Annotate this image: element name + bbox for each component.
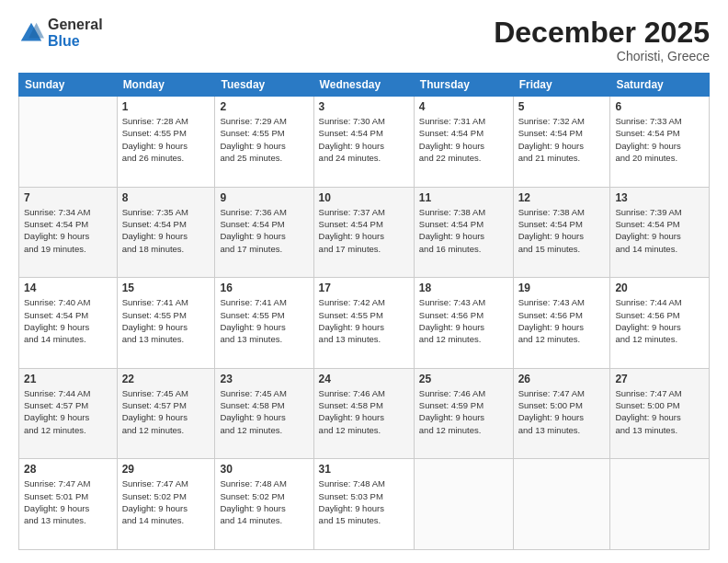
calendar-cell: 2Sunrise: 7:29 AM Sunset: 4:55 PM Daylig… [215, 97, 313, 188]
day-info: Sunrise: 7:48 AM Sunset: 5:03 PM Dayligh… [319, 477, 409, 526]
calendar-cell: 3Sunrise: 7:30 AM Sunset: 4:54 PM Daylig… [313, 97, 414, 188]
location-subtitle: Choristi, Greece [494, 49, 710, 63]
day-info: Sunrise: 7:30 AM Sunset: 4:54 PM Dayligh… [319, 115, 409, 164]
day-info: Sunrise: 7:43 AM Sunset: 4:56 PM Dayligh… [518, 296, 606, 345]
calendar-cell [513, 459, 610, 550]
week-row-5: 28Sunrise: 7:47 AM Sunset: 5:01 PM Dayli… [19, 459, 710, 550]
calendar-cell: 25Sunrise: 7:46 AM Sunset: 4:59 PM Dayli… [414, 368, 513, 459]
day-info: Sunrise: 7:32 AM Sunset: 4:54 PM Dayligh… [518, 115, 606, 164]
day-info: Sunrise: 7:29 AM Sunset: 4:55 PM Dayligh… [220, 115, 308, 164]
calendar-cell: 28Sunrise: 7:47 AM Sunset: 5:01 PM Dayli… [19, 459, 118, 550]
day-info: Sunrise: 7:41 AM Sunset: 4:55 PM Dayligh… [220, 296, 308, 345]
day-number: 3 [319, 100, 409, 113]
day-number: 18 [419, 282, 508, 294]
day-info: Sunrise: 7:37 AM Sunset: 4:54 PM Dayligh… [319, 206, 409, 255]
calendar-cell: 8Sunrise: 7:35 AM Sunset: 4:54 PM Daylig… [117, 187, 215, 278]
calendar-cell: 14Sunrise: 7:40 AM Sunset: 4:54 PM Dayli… [19, 278, 118, 369]
calendar-cell: 11Sunrise: 7:38 AM Sunset: 4:54 PM Dayli… [414, 187, 513, 278]
calendar-cell: 26Sunrise: 7:47 AM Sunset: 5:00 PM Dayli… [513, 368, 610, 459]
calendar-cell [610, 459, 710, 550]
day-info: Sunrise: 7:44 AM Sunset: 4:56 PM Dayligh… [615, 296, 704, 345]
day-number: 31 [319, 463, 409, 476]
logo-blue-text: Blue [48, 33, 80, 49]
day-number: 5 [518, 100, 606, 113]
day-number: 28 [24, 463, 112, 476]
days-of-week-row: SundayMondayTuesdayWednesdayThursdayFrid… [19, 74, 710, 97]
day-number: 21 [24, 373, 112, 385]
day-info: Sunrise: 7:39 AM Sunset: 4:54 PM Dayligh… [615, 206, 704, 255]
day-number: 11 [419, 191, 508, 204]
day-number: 1 [122, 100, 210, 113]
calendar-cell: 17Sunrise: 7:42 AM Sunset: 4:55 PM Dayli… [313, 278, 414, 369]
day-info: Sunrise: 7:40 AM Sunset: 4:54 PM Dayligh… [24, 296, 112, 345]
calendar-cell [19, 97, 118, 188]
calendar-cell: 12Sunrise: 7:38 AM Sunset: 4:54 PM Dayli… [513, 187, 610, 278]
day-info: Sunrise: 7:46 AM Sunset: 4:58 PM Dayligh… [319, 387, 409, 436]
day-info: Sunrise: 7:33 AM Sunset: 4:54 PM Dayligh… [615, 115, 704, 164]
logo: General Blue [18, 17, 103, 49]
calendar-cell: 24Sunrise: 7:46 AM Sunset: 4:58 PM Dayli… [313, 368, 414, 459]
day-number: 14 [24, 282, 112, 294]
day-number: 15 [122, 282, 210, 294]
day-of-week-wednesday: Wednesday [313, 74, 414, 97]
day-info: Sunrise: 7:45 AM Sunset: 4:57 PM Dayligh… [122, 387, 210, 436]
calendar-cell: 1Sunrise: 7:28 AM Sunset: 4:55 PM Daylig… [117, 97, 215, 188]
day-number: 13 [615, 191, 704, 204]
month-title: December 2025 [494, 17, 710, 49]
calendar-cell: 20Sunrise: 7:44 AM Sunset: 4:56 PM Dayli… [610, 278, 710, 369]
calendar-cell: 27Sunrise: 7:47 AM Sunset: 5:00 PM Dayli… [610, 368, 710, 459]
day-info: Sunrise: 7:34 AM Sunset: 4:54 PM Dayligh… [24, 206, 112, 255]
day-number: 8 [122, 191, 210, 204]
day-info: Sunrise: 7:36 AM Sunset: 4:54 PM Dayligh… [220, 206, 308, 255]
day-info: Sunrise: 7:47 AM Sunset: 5:01 PM Dayligh… [24, 477, 112, 526]
calendar-cell: 31Sunrise: 7:48 AM Sunset: 5:03 PM Dayli… [313, 459, 414, 550]
calendar-cell: 13Sunrise: 7:39 AM Sunset: 4:54 PM Dayli… [610, 187, 710, 278]
day-of-week-tuesday: Tuesday [215, 74, 313, 97]
day-number: 27 [615, 373, 704, 385]
calendar-cell: 23Sunrise: 7:45 AM Sunset: 4:58 PM Dayli… [215, 368, 313, 459]
day-number: 23 [220, 373, 308, 385]
week-row-2: 7Sunrise: 7:34 AM Sunset: 4:54 PM Daylig… [19, 187, 710, 278]
calendar-cell: 6Sunrise: 7:33 AM Sunset: 4:54 PM Daylig… [610, 97, 710, 188]
day-number: 22 [122, 373, 210, 385]
logo-icon [18, 20, 44, 46]
title-block: December 2025 Choristi, Greece [494, 17, 710, 63]
day-number: 6 [615, 100, 704, 113]
day-number: 17 [319, 282, 409, 294]
day-info: Sunrise: 7:43 AM Sunset: 4:56 PM Dayligh… [419, 296, 508, 345]
day-number: 7 [24, 191, 112, 204]
week-row-4: 21Sunrise: 7:44 AM Sunset: 4:57 PM Dayli… [19, 368, 710, 459]
day-info: Sunrise: 7:47 AM Sunset: 5:00 PM Dayligh… [518, 387, 606, 436]
calendar-cell: 7Sunrise: 7:34 AM Sunset: 4:54 PM Daylig… [19, 187, 118, 278]
day-of-week-friday: Friday [513, 74, 610, 97]
day-info: Sunrise: 7:46 AM Sunset: 4:59 PM Dayligh… [419, 387, 508, 436]
day-info: Sunrise: 7:41 AM Sunset: 4:55 PM Dayligh… [122, 296, 210, 345]
calendar-cell: 21Sunrise: 7:44 AM Sunset: 4:57 PM Dayli… [19, 368, 118, 459]
calendar-cell: 9Sunrise: 7:36 AM Sunset: 4:54 PM Daylig… [215, 187, 313, 278]
day-info: Sunrise: 7:45 AM Sunset: 4:58 PM Dayligh… [220, 387, 308, 436]
day-info: Sunrise: 7:47 AM Sunset: 5:00 PM Dayligh… [615, 387, 704, 436]
day-number: 9 [220, 191, 308, 204]
calendar-body: 1Sunrise: 7:28 AM Sunset: 4:55 PM Daylig… [19, 97, 710, 550]
day-number: 20 [615, 282, 704, 294]
week-row-3: 14Sunrise: 7:40 AM Sunset: 4:54 PM Dayli… [19, 278, 710, 369]
calendar-header: SundayMondayTuesdayWednesdayThursdayFrid… [19, 74, 710, 97]
calendar-cell: 18Sunrise: 7:43 AM Sunset: 4:56 PM Dayli… [414, 278, 513, 369]
day-of-week-sunday: Sunday [19, 74, 118, 97]
day-info: Sunrise: 7:42 AM Sunset: 4:55 PM Dayligh… [319, 296, 409, 345]
day-number: 12 [518, 191, 606, 204]
page: General Blue December 2025 Choristi, Gre… [0, 0, 728, 563]
day-number: 10 [319, 191, 409, 204]
day-info: Sunrise: 7:47 AM Sunset: 5:02 PM Dayligh… [122, 477, 210, 526]
calendar-cell: 19Sunrise: 7:43 AM Sunset: 4:56 PM Dayli… [513, 278, 610, 369]
day-info: Sunrise: 7:38 AM Sunset: 4:54 PM Dayligh… [419, 206, 508, 255]
day-number: 24 [319, 373, 409, 385]
day-number: 25 [419, 373, 508, 385]
day-info: Sunrise: 7:44 AM Sunset: 4:57 PM Dayligh… [24, 387, 112, 436]
day-info: Sunrise: 7:31 AM Sunset: 4:54 PM Dayligh… [419, 115, 508, 164]
day-info: Sunrise: 7:28 AM Sunset: 4:55 PM Dayligh… [122, 115, 210, 164]
day-info: Sunrise: 7:38 AM Sunset: 4:54 PM Dayligh… [518, 206, 606, 255]
day-number: 2 [220, 100, 308, 113]
day-of-week-thursday: Thursday [414, 74, 513, 97]
header: General Blue December 2025 Choristi, Gre… [18, 17, 710, 63]
